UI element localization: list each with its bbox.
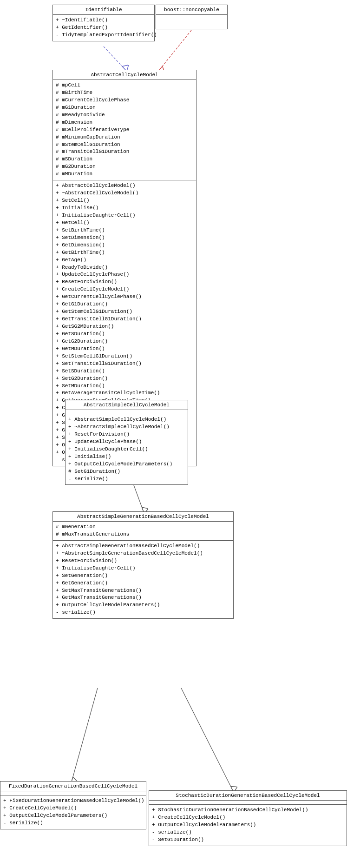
accm-m12: + UpdateCellCyclePhase(): [56, 271, 193, 278]
ascm-m5: + Initialise(): [68, 453, 185, 461]
asgb-m6: + SetMaxTransitGenerations(): [56, 587, 230, 595]
asgb-m1: + ~AbstractSimpleGenerationBasedCellCycl…: [56, 550, 230, 557]
identifiable-method-1: + GetIdentifier(): [56, 24, 151, 32]
identifiable-title: Identifiable: [53, 5, 154, 15]
accm-m5: + GetCell(): [56, 219, 193, 227]
asgb-m4: + SetGeneration(): [56, 572, 230, 580]
accm-m14: + CreateCellCycleModel(): [56, 286, 193, 293]
accm-m28: + GetAverageTransitCellCycleTime(): [56, 390, 193, 397]
accm-field-6: # mCellProliferativeType: [56, 126, 193, 134]
accm-m16: + GetG1Duration(): [56, 301, 193, 308]
fd-m0: + FixedDurationGenerationBasedCellCycleM…: [3, 797, 143, 805]
accm-m10: + GetAge(): [56, 257, 193, 264]
sd-m3: - serialize(): [152, 829, 344, 836]
abstract-simple-box: AbstractSimpleCellCycleModel + AbstractS…: [65, 400, 188, 485]
accm-field-7: # mMinimumGapDuration: [56, 134, 193, 141]
identifiable-method-0: + ~Identifiable(): [56, 17, 151, 24]
diagram-container: Identifiable + ~Identifiable() + GetIden…: [0, 0, 347, 868]
accm-m7: + SetDimension(): [56, 234, 193, 242]
asgb-f1: # mMaxTransitGenerations: [56, 531, 230, 538]
accm-m22: + GetMDuration(): [56, 345, 193, 353]
asgb-m5: + GetGeneration(): [56, 580, 230, 587]
accm-m6: + SetBirthTime(): [56, 227, 193, 234]
asgb-m8: + OutputCellCycleModelParameters(): [56, 602, 230, 609]
accm-m13: + ResetForDivision(): [56, 278, 193, 286]
accm-field-1: # mBirthTime: [56, 89, 193, 97]
accm-field-12: # mMDuration: [56, 171, 193, 178]
ascm-m3: + UpdateCellCyclePhase(): [68, 438, 185, 446]
abstract-simple-methods: + AbstractSimpleCellCycleModel() + ~Abst…: [65, 414, 188, 484]
accm-m11: + ReadyToDivide(): [56, 264, 193, 272]
accm-m0: + AbstractCellCycleModel(): [56, 182, 193, 190]
boost-title: boost::noncopyable: [156, 5, 227, 15]
ascm-m8: - serialize(): [68, 476, 185, 483]
accm-field-5: # mDimension: [56, 119, 193, 126]
stochastic-duration-fields: [149, 801, 347, 805]
abstract-gen-based-methods: + AbstractSimpleGenerationBasedCellCycle…: [53, 541, 233, 618]
abstract-cell-cycle-fields: # mpCell # mBirthTime # mCurrentCellCycl…: [53, 80, 196, 180]
identifiable-method-2: - TidyTemplatedExportIdentifier(): [56, 32, 151, 39]
accm-m20: + GetSDuration(): [56, 331, 193, 338]
fixed-duration-methods: + FixedDurationGenerationBasedCellCycleM…: [0, 795, 146, 829]
asgb-m2: + ResetForDivision(): [56, 557, 230, 565]
accm-field-11: # mG2Duration: [56, 163, 193, 171]
fixed-duration-title: FixedDurationGenerationBasedCellCycleMod…: [0, 782, 146, 791]
asgb-m3: + InitialiseDaughterCell(): [56, 565, 230, 572]
stochastic-duration-title: StochasticDurationGenerationBasedCellCyc…: [149, 791, 347, 801]
accm-field-2: # mCurrentCellCyclePhase: [56, 97, 193, 104]
accm-m26: + SetG2Duration(): [56, 375, 193, 383]
svg-line-6: [72, 688, 98, 780]
accm-m2: + SetCell(): [56, 197, 193, 205]
asgb-f0: # mGeneration: [56, 523, 230, 531]
accm-field-4: # mReadyToDivide: [56, 112, 193, 119]
stochastic-duration-box: StochasticDurationGenerationBasedCellCyc…: [149, 790, 347, 846]
abstract-gen-based-box: AbstractSimpleGenerationBasedCellCycleMo…: [52, 511, 234, 619]
accm-field-10: # mSDuration: [56, 156, 193, 163]
accm-m4: + InitialiseDaughterCell(): [56, 212, 193, 219]
svg-line-2: [104, 46, 124, 69]
accm-m23: + SetStemCellG1Duration(): [56, 353, 193, 360]
sd-m2: + OutputCellCycleModelParameters(): [152, 822, 344, 829]
accm-m19: + GetSG2MDuration(): [56, 323, 193, 331]
accm-field-0: # mpCell: [56, 82, 193, 89]
asgb-m7: + GetMaxTransitGenerations(): [56, 594, 230, 602]
asgb-m0: + AbstractSimpleGenerationBasedCellCycle…: [56, 543, 230, 550]
ascm-m6: + OutputCellCycleModelParameters(): [68, 461, 185, 468]
accm-m25: + SetSDuration(): [56, 368, 193, 375]
abstract-gen-based-fields: # mGeneration # mMaxTransitGenerations: [53, 522, 233, 541]
accm-m27: + SetMDuration(): [56, 383, 193, 390]
accm-m1: + ~AbstractCellCycleModel(): [56, 190, 193, 197]
ascm-m7: # SetG1Duration(): [68, 468, 185, 476]
accm-m21: + GetG2Duration(): [56, 338, 193, 345]
boost-box: boost::noncopyable: [156, 5, 228, 29]
ascm-m2: + ResetForDivision(): [68, 431, 185, 438]
abstract-simple-fields: [65, 410, 188, 414]
sd-m4: - SetG1Duration(): [152, 836, 344, 844]
svg-line-3: [160, 30, 191, 69]
ascm-m1: + ~AbstractSimpleCellCycleModel(): [68, 424, 185, 431]
accm-field-8: # mStemCellG1Duration: [56, 141, 193, 149]
boost-empty: [156, 15, 227, 29]
fixed-duration-box: FixedDurationGenerationBasedCellCycleMod…: [0, 781, 146, 829]
ascm-m4: + InitialiseDaughterCell(): [68, 446, 185, 453]
fd-m3: - serialize(): [3, 820, 143, 827]
accm-m15: + GetCurrentCellCyclePhase(): [56, 293, 193, 301]
abstract-simple-title: AbstractSimpleCellCycleModel: [65, 400, 188, 410]
svg-line-7: [181, 688, 232, 789]
accm-field-9: # mTransitCellG1Duration: [56, 148, 193, 156]
accm-m18: + GetTransitCellG1Duration(): [56, 316, 193, 323]
ascm-m0: + AbstractSimpleCellCycleModel(): [68, 416, 185, 424]
abstract-gen-based-title: AbstractSimpleGenerationBasedCellCycleMo…: [53, 512, 233, 522]
identifiable-methods: + ~Identifiable() + GetIdentifier() - Ti…: [53, 15, 154, 41]
fixed-duration-fields: [0, 791, 146, 795]
abstract-cell-cycle-title: AbstractCellCycleModel: [53, 70, 196, 80]
sd-m0: + StochasticDurationGenerationBasedCellC…: [152, 807, 344, 814]
accm-m9: + GetBirthTime(): [56, 249, 193, 257]
accm-field-3: # mG1Duration: [56, 104, 193, 112]
stochastic-duration-methods: + StochasticDurationGenerationBasedCellC…: [149, 805, 347, 846]
fd-m2: + OutputCellCycleModelParameters(): [3, 812, 143, 820]
asgb-m9: - serialize(): [56, 609, 230, 616]
accm-m17: + GetStemCellG1Duration(): [56, 308, 193, 316]
accm-m3: + Initialise(): [56, 205, 193, 212]
sd-m1: + CreateCellCycleModel(): [152, 814, 344, 822]
